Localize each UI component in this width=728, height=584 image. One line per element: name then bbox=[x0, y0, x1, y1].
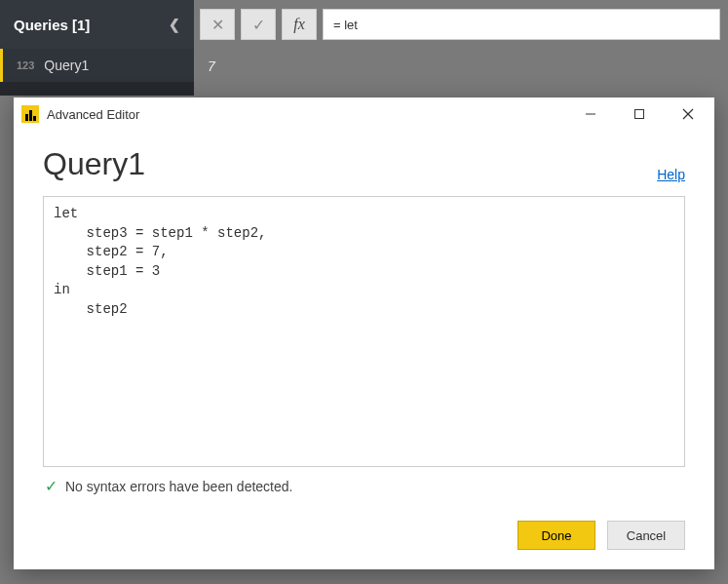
result-preview: 7 bbox=[194, 49, 728, 96]
fx-icon: fx bbox=[293, 16, 305, 33]
syntax-status: ✓ No syntax errors have been detected. bbox=[43, 467, 685, 495]
minimize-button[interactable] bbox=[570, 99, 611, 129]
code-editor[interactable]: let step3 = step1 * step2, step2 = 7, st… bbox=[43, 196, 685, 467]
done-button[interactable]: Done bbox=[517, 521, 595, 550]
formula-bar: ✕ ✓ fx = let bbox=[194, 0, 728, 49]
formula-input[interactable]: = let bbox=[323, 9, 720, 40]
dialog-titlebar[interactable]: Advanced Editor bbox=[14, 97, 714, 131]
query-list-item[interactable]: 123 Query1 bbox=[0, 49, 194, 82]
query-title: Query1 bbox=[43, 146, 145, 182]
close-button[interactable] bbox=[668, 99, 709, 129]
check-icon: ✓ bbox=[252, 16, 265, 34]
maximize-icon bbox=[633, 108, 645, 120]
app-icon bbox=[21, 105, 39, 123]
dialog-title: Advanced Editor bbox=[47, 107, 562, 122]
formula-cancel-button[interactable]: ✕ bbox=[200, 9, 235, 40]
queries-panel-header[interactable]: Queries [1] ❮ bbox=[0, 0, 194, 49]
queries-panel-title: Queries [1] bbox=[14, 17, 90, 33]
close-icon bbox=[682, 108, 694, 120]
cancel-icon: ✕ bbox=[211, 16, 224, 34]
cancel-button[interactable]: Cancel bbox=[607, 521, 685, 550]
advanced-editor-dialog: Advanced Editor Query1 Help let step3 = … bbox=[14, 97, 714, 569]
help-link[interactable]: Help bbox=[657, 167, 685, 182]
fx-button[interactable]: fx bbox=[282, 9, 317, 40]
check-ok-icon: ✓ bbox=[45, 477, 57, 495]
datatype-123-icon: 123 bbox=[17, 59, 34, 71]
formula-commit-button[interactable]: ✓ bbox=[241, 9, 276, 40]
svg-rect-1 bbox=[635, 110, 644, 119]
maximize-button[interactable] bbox=[619, 99, 660, 129]
minimize-icon bbox=[585, 108, 596, 120]
syntax-status-text: No syntax errors have been detected. bbox=[65, 479, 292, 494]
formula-text: = let bbox=[333, 18, 358, 32]
result-value: 7 bbox=[208, 58, 215, 74]
query-name-label: Query1 bbox=[44, 58, 89, 73]
chevron-left-icon: ❮ bbox=[169, 17, 180, 32]
queries-list: 123 Query1 bbox=[0, 49, 194, 96]
